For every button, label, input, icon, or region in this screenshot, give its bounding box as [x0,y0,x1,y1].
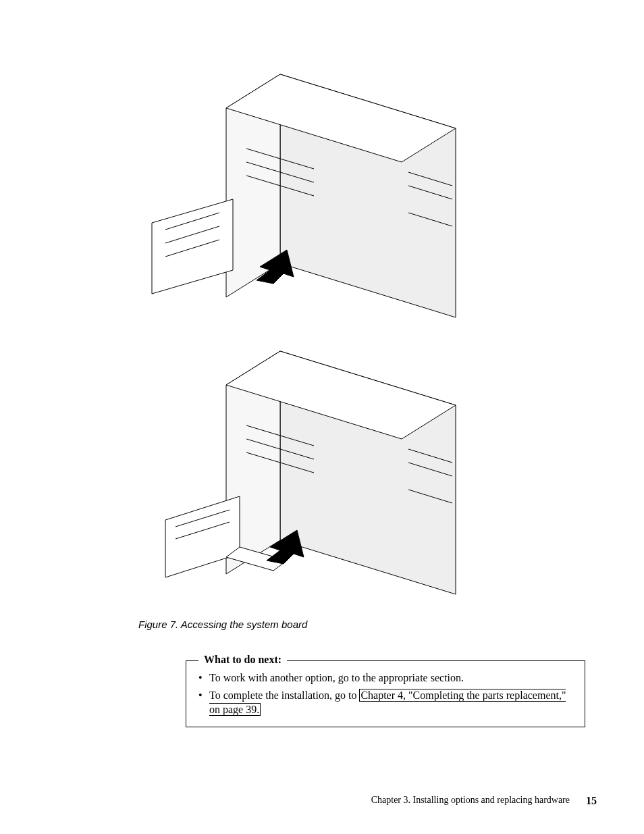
what-to-do-next-box: What to do next: To work with another op… [186,660,585,727]
next-item-2-prefix: To complete the installation, go to [209,689,359,701]
footer-page-number: 15 [586,795,597,807]
figure-block: Figure 7. Accessing the system board [138,68,476,630]
next-item-2: To complete the installation, go to Chap… [198,688,572,717]
next-box-legend: What to do next: [198,654,287,666]
next-box-list: To work with another option, go to the a… [198,671,572,717]
footer-chapter-text: Chapter 3. Installing options and replac… [371,795,570,806]
next-item-1-text: To work with another option, go to the a… [209,672,464,683]
figure-svg [138,68,476,608]
next-item-1: To work with another option, go to the a… [198,671,572,685]
figure-caption: Figure 7. Accessing the system board [138,619,476,630]
svg-marker-9 [152,199,233,294]
